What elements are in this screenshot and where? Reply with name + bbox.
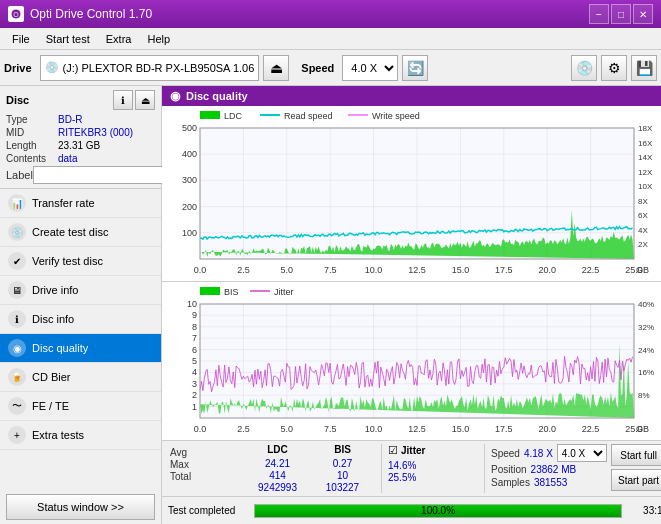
position-val: 23862 MB xyxy=(531,464,577,475)
menu-extra[interactable]: Extra xyxy=(98,31,140,47)
disc-eject-btn[interactable]: ⏏ xyxy=(135,90,155,110)
length-value: 23.31 GB xyxy=(58,140,155,151)
transfer-rate-icon: 📊 xyxy=(8,194,26,212)
nav-list: 📊 Transfer rate 💿 Create test disc ✔ Ver… xyxy=(0,189,161,450)
menu-bar: File Start test Extra Help xyxy=(0,28,661,50)
start-full-button[interactable]: Start full xyxy=(611,444,661,466)
bis-col-header: BIS xyxy=(334,444,351,455)
close-button[interactable]: ✕ xyxy=(633,4,653,24)
nav-verify-test-disc-label: Verify test disc xyxy=(32,255,103,267)
toolbar: Drive 💿 (J:) PLEXTOR BD-R PX-LB950SA 1.0… xyxy=(0,50,661,86)
max-label: Max xyxy=(170,459,245,470)
nav-disc-quality[interactable]: ◉ Disc quality xyxy=(0,334,161,363)
refresh-button[interactable]: 🔄 xyxy=(402,55,428,81)
nav-transfer-rate-label: Transfer rate xyxy=(32,197,95,209)
disc-panel: Disc ℹ ⏏ Type BD-R MID RITEKBR3 (000) Le… xyxy=(0,86,161,189)
jitter-avg: 14.6% xyxy=(388,460,478,471)
drive-label: Drive xyxy=(4,62,32,74)
drive-select[interactable]: 💿 (J:) PLEXTOR BD-R PX-LB950SA 1.06 xyxy=(40,55,260,81)
menu-start-test[interactable]: Start test xyxy=(38,31,98,47)
status-text: Test completed xyxy=(168,505,248,516)
bis-avg: 0.27 xyxy=(333,458,352,469)
nav-disc-info[interactable]: ℹ Disc info xyxy=(0,305,161,334)
settings-button[interactable]: ⚙ xyxy=(601,55,627,81)
start-part-button[interactable]: Start part xyxy=(611,469,661,491)
ldc-chart-container xyxy=(162,106,661,282)
main-layout: Disc ℹ ⏏ Type BD-R MID RITEKBR3 (000) Le… xyxy=(0,86,661,524)
quality-header: ◉ Disc quality xyxy=(162,86,661,106)
title-bar-controls: − □ ✕ xyxy=(589,4,653,24)
nav-extra-tests-label: Extra tests xyxy=(32,429,84,441)
disc-label-row: Label ✎ xyxy=(6,166,155,184)
save-button[interactable]: 💾 xyxy=(631,55,657,81)
create-test-disc-icon: 💿 xyxy=(8,223,26,241)
disc-type-row: Type BD-R xyxy=(6,114,155,125)
label-input[interactable] xyxy=(33,166,166,184)
ldc-col-header: LDC xyxy=(267,444,288,455)
samples-label: Samples xyxy=(491,477,530,488)
disc-info-icon: ℹ xyxy=(8,310,26,328)
jitter-checkbox-icon: ☑ xyxy=(388,444,398,457)
maximize-button[interactable]: □ xyxy=(611,4,631,24)
contents-value: data xyxy=(58,153,155,164)
type-label: Type xyxy=(6,114,58,125)
nav-drive-info[interactable]: 🖥 Drive info xyxy=(0,276,161,305)
menu-file[interactable]: File xyxy=(4,31,38,47)
disc-button[interactable]: 💿 xyxy=(571,55,597,81)
nav-extra-tests[interactable]: + Extra tests xyxy=(0,421,161,450)
total-label: Total xyxy=(170,471,245,482)
app-title: Opti Drive Control 1.70 xyxy=(30,7,152,21)
nav-fe-te[interactable]: 〜 FE / TE xyxy=(0,392,161,421)
speed-stat-label: Speed xyxy=(491,448,520,459)
disc-mid-row: MID RITEKBR3 (000) xyxy=(6,127,155,138)
mid-value: RITEKBR3 (000) xyxy=(58,127,155,138)
nav-disc-quality-label: Disc quality xyxy=(32,342,88,354)
type-value: BD-R xyxy=(58,114,155,125)
nav-transfer-rate[interactable]: 📊 Transfer rate xyxy=(0,189,161,218)
speed-stat-val: 4.18 X xyxy=(524,448,553,459)
nav-create-test-disc[interactable]: 💿 Create test disc xyxy=(0,218,161,247)
disc-info-btn[interactable]: ℹ xyxy=(113,90,133,110)
quality-title: Disc quality xyxy=(186,90,248,102)
samples-val: 381553 xyxy=(534,477,567,488)
disc-icon-row: ℹ ⏏ xyxy=(113,90,155,110)
cd-bier-icon: 🍺 xyxy=(8,368,26,386)
speed-stat-select[interactable]: 4.0 X xyxy=(557,444,607,462)
title-bar: O Opti Drive Control 1.70 − □ ✕ xyxy=(0,0,661,28)
charts-area xyxy=(162,106,661,440)
ldc-max: 414 xyxy=(269,470,286,481)
drive-icon: 💿 xyxy=(45,61,59,74)
nav-cd-bier-label: CD Bier xyxy=(32,371,71,383)
label-label: Label xyxy=(6,169,33,181)
minimize-button[interactable]: − xyxy=(589,4,609,24)
disc-contents-row: Contents data xyxy=(6,153,155,164)
speed-label: Speed xyxy=(301,62,334,74)
contents-label: Contents xyxy=(6,153,58,164)
fe-te-icon: 〜 xyxy=(8,397,26,415)
speed-select[interactable]: 4.0 X 2.0 X 1.0 X xyxy=(342,55,398,81)
mid-label: MID xyxy=(6,127,58,138)
bis-chart xyxy=(162,282,661,440)
menu-help[interactable]: Help xyxy=(139,31,178,47)
eject-button[interactable]: ⏏ xyxy=(263,55,289,81)
verify-test-disc-icon: ✔ xyxy=(8,252,26,270)
progress-text: 100.0% xyxy=(255,505,621,517)
nav-disc-info-label: Disc info xyxy=(32,313,74,325)
quality-icon: ◉ xyxy=(170,89,180,103)
disc-quality-icon: ◉ xyxy=(8,339,26,357)
sidebar: Disc ℹ ⏏ Type BD-R MID RITEKBR3 (000) Le… xyxy=(0,86,162,524)
nav-verify-test-disc[interactable]: ✔ Verify test disc xyxy=(0,247,161,276)
avg-label: Avg xyxy=(170,447,245,458)
title-bar-left: O Opti Drive Control 1.70 xyxy=(8,6,152,22)
status-window-button[interactable]: Status window >> xyxy=(6,494,155,520)
ldc-total: 9242993 xyxy=(258,482,297,493)
length-label: Length xyxy=(6,140,58,151)
svg-text:O: O xyxy=(13,11,19,18)
drive-info-icon: 🖥 xyxy=(8,281,26,299)
progress-area: Test completed 100.0% 33:14 xyxy=(162,496,661,524)
extra-tests-icon: + xyxy=(8,426,26,444)
nav-cd-bier[interactable]: 🍺 CD Bier xyxy=(0,363,161,392)
drive-name: (J:) PLEXTOR BD-R PX-LB950SA 1.06 xyxy=(63,62,255,74)
bis-chart-container xyxy=(162,282,661,440)
stats-bar: Avg Max Total LDC 24.21 414 9242993 BIS … xyxy=(162,440,661,496)
